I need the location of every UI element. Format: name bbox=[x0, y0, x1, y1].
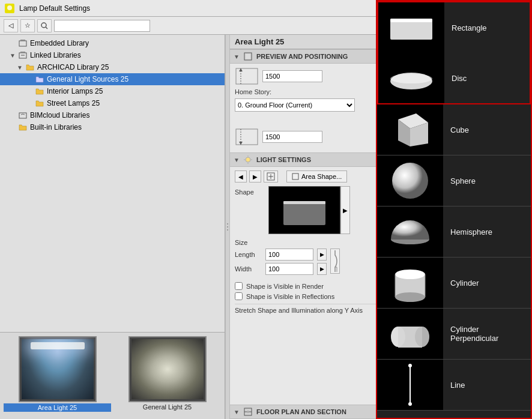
shape-option-rectangle[interactable]: Rectangle bbox=[377, 35, 531, 53]
section-arrow-floor[interactable]: ▼ bbox=[234, 409, 240, 415]
shape-option-cylinder-perp[interactable]: Cylinder Perpendicular bbox=[377, 309, 531, 360]
preview-section-icon bbox=[243, 52, 253, 61]
svg-point-1 bbox=[7, 5, 12, 10]
street-folder-icon bbox=[35, 98, 44, 108]
back-button[interactable]: ◁ bbox=[4, 19, 18, 32]
search-input[interactable] bbox=[54, 20, 150, 32]
link-dimensions-button[interactable] bbox=[330, 249, 340, 274]
svg-rect-9 bbox=[20, 52, 25, 53]
interior-folder-icon bbox=[35, 86, 44, 96]
sidebar-item-interior[interactable]: Interior Lamps 25 bbox=[0, 85, 225, 97]
svg-rect-6 bbox=[19, 41, 26, 46]
svg-rect-32 bbox=[283, 201, 325, 225]
tree-arrow-archicad: ▼ bbox=[17, 64, 24, 71]
bimcloud-icon bbox=[18, 110, 28, 120]
sidebar-item-street[interactable]: Street Lamps 25 bbox=[0, 97, 225, 109]
home-story-select[interactable]: 0. Ground Floor (Current) 1. First Floor… bbox=[235, 98, 355, 112]
width-input[interactable] bbox=[265, 263, 313, 275]
section-arrow-preview[interactable]: ▼ bbox=[234, 53, 240, 60]
svg-rect-20 bbox=[236, 129, 258, 145]
shape-dropdown: Rectangle Disc Cube bbox=[376, 35, 532, 419]
shape-thumb-cube bbox=[377, 104, 443, 155]
width-row: Width ▶ bbox=[235, 263, 327, 275]
shape-preview bbox=[268, 186, 340, 234]
sidebar-item-embedded[interactable]: Embedded Library bbox=[0, 37, 225, 49]
shape-thumb-cylinder bbox=[377, 258, 443, 308]
length-arrow-button[interactable]: ▶ bbox=[317, 249, 327, 261]
shape-option-cylinder[interactable]: Cylinder bbox=[377, 258, 531, 309]
height-input[interactable] bbox=[262, 70, 322, 82]
shape-option-line[interactable]: Line bbox=[377, 360, 531, 411]
shape-option-hemisphere[interactable]: Hemisphere bbox=[377, 206, 531, 258]
shape-thumb-cylinder-perp bbox=[377, 309, 443, 359]
star-button[interactable]: ☆ bbox=[20, 19, 35, 32]
svg-point-13 bbox=[227, 226, 228, 228]
shape-option-label-sphere: Sphere bbox=[443, 176, 531, 185]
svg-point-36 bbox=[247, 411, 249, 413]
cylinder-perp-shape-svg bbox=[383, 309, 437, 359]
preview-item-area-light[interactable]: Area Light 25 bbox=[4, 336, 111, 415]
nav-next-button[interactable]: ▶ bbox=[249, 170, 261, 182]
lamp-app-icon bbox=[5, 4, 14, 13]
rectangle-shape-svg bbox=[384, 35, 438, 49]
preview-label-area-light: Area Light 25 bbox=[4, 403, 111, 412]
archicad-folder-icon bbox=[25, 62, 35, 72]
tree-arrow-linked: ▼ bbox=[10, 52, 17, 59]
linked-lib-icon bbox=[18, 50, 28, 60]
embedded-lib-label: Embedded Library bbox=[30, 39, 89, 47]
sidebar-item-bimcloud[interactable]: BIMcloud Libraries bbox=[0, 109, 225, 121]
shape-thumb-disc bbox=[378, 53, 444, 103]
shape-option-label-hemisphere: Hemisphere bbox=[443, 228, 531, 237]
checkbox-visible-reflections[interactable] bbox=[235, 292, 243, 300]
sidebar-item-archicad[interactable]: ▼ ARCHICAD Library 25 bbox=[0, 61, 225, 73]
general-light-render bbox=[131, 339, 204, 399]
shape-option-sphere[interactable]: Sphere bbox=[377, 155, 531, 206]
shape-thumb-sphere bbox=[377, 155, 443, 206]
shape-option-disc[interactable]: Disc bbox=[377, 53, 531, 104]
length-input[interactable] bbox=[265, 249, 313, 261]
stretch-label: Stretch Shape and Illumination along Y A… bbox=[235, 307, 363, 314]
shape-option-label-line: Line bbox=[443, 381, 531, 390]
preview-item-general-light[interactable]: General Light 25 bbox=[113, 336, 221, 415]
shape-next-button[interactable]: ▶ bbox=[340, 186, 350, 234]
section-label-preview: PREVIEW AND POSITIONING bbox=[256, 53, 348, 60]
svg-point-57 bbox=[408, 402, 412, 406]
area-shape-button[interactable]: Area Shape... bbox=[286, 170, 347, 182]
interior-label: Interior Lamps 25 bbox=[47, 87, 103, 95]
area-shape-icon bbox=[292, 173, 299, 180]
nav-prev-button[interactable]: ◀ bbox=[235, 170, 247, 182]
sidebar-item-general[interactable]: General Light Sources 25 bbox=[0, 73, 225, 85]
preview-area: Area Light 25 General Light 25 bbox=[0, 332, 225, 419]
panel-divider[interactable] bbox=[225, 35, 230, 419]
height-icon bbox=[235, 67, 259, 85]
shape-option-cube[interactable]: Cube bbox=[377, 104, 531, 155]
shape-label: Shape bbox=[235, 188, 254, 196]
general-label: General Light Sources 25 bbox=[47, 75, 128, 83]
checkbox-visible-render-label: Shape is Visible in Render bbox=[246, 283, 324, 290]
general-folder-icon bbox=[35, 74, 44, 84]
nav-edit-button[interactable] bbox=[264, 170, 278, 182]
sphere-shape-svg bbox=[383, 155, 437, 206]
shape-option-label-cylinder: Cylinder bbox=[443, 279, 531, 288]
svg-rect-17 bbox=[236, 68, 258, 84]
svg-point-2 bbox=[41, 23, 46, 28]
height2-input[interactable] bbox=[262, 131, 322, 143]
sidebar-item-linked[interactable]: ▼ Linked Libraries bbox=[0, 49, 225, 61]
linked-lib-label: Linked Libraries bbox=[30, 51, 81, 59]
sidebar-item-builtin[interactable]: Built-in Libraries bbox=[0, 121, 225, 133]
svg-rect-16 bbox=[246, 54, 250, 59]
svg-point-12 bbox=[227, 223, 228, 225]
preview-images: Area Light 25 General Light 25 bbox=[0, 333, 225, 419]
left-panel: Embedded Library ▼ Linked Libraries ▼ AR… bbox=[0, 35, 225, 419]
svg-rect-37 bbox=[390, 35, 432, 40]
length-label: Length bbox=[235, 251, 262, 258]
shape-option-label-cylinder-perp: Cylinder Perpendicular bbox=[443, 325, 531, 343]
svg-point-14 bbox=[227, 229, 228, 231]
width-arrow-button[interactable]: ▶ bbox=[317, 263, 327, 275]
svg-line-3 bbox=[46, 27, 47, 29]
search-icon-button[interactable] bbox=[37, 19, 52, 32]
shape-preview-svg bbox=[277, 192, 331, 228]
section-arrow-light[interactable]: ▼ bbox=[234, 157, 240, 163]
checkbox-visible-render[interactable] bbox=[235, 282, 243, 290]
svg-point-44 bbox=[392, 163, 428, 199]
